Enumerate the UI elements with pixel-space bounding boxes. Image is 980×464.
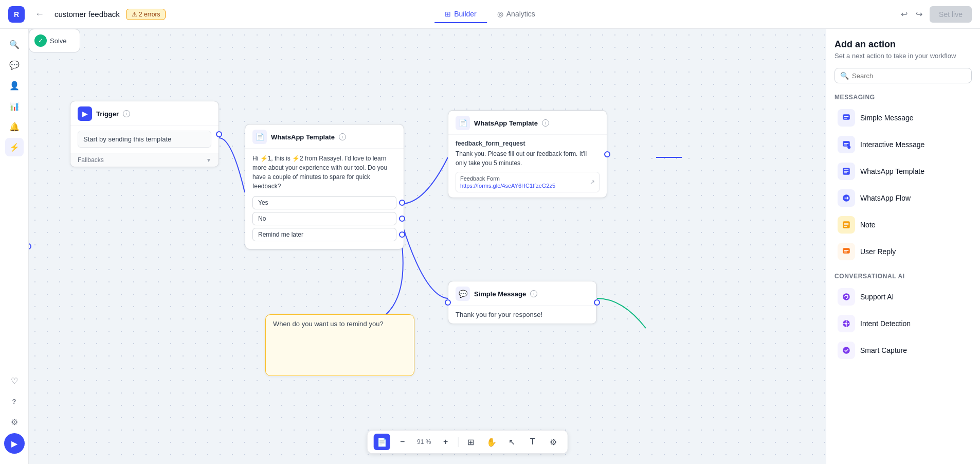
simple-msg-icon: 💬	[456, 287, 470, 301]
canvas-tool-zoom-out[interactable]: −	[394, 434, 411, 450]
topbar-right: ↩ ↪ Set live	[898, 6, 972, 23]
action-user-reply[interactable]: User Reply	[834, 239, 972, 264]
sidebar-item-chart[interactable]: 📊	[5, 97, 24, 115]
svg-point-2	[847, 146, 850, 149]
solve-label: Solve	[50, 37, 67, 45]
action-note[interactable]: Note	[834, 212, 972, 238]
wa-template-node-1[interactable]: 📄 WhatsApp Template i Hi ⚡1, this is ⚡2 …	[245, 124, 404, 249]
note-body: When do you want us to remind you?	[266, 315, 414, 333]
canvas-tool-text[interactable]: T	[524, 434, 541, 450]
action-support-ai[interactable]: Support AI	[834, 284, 972, 310]
trigger-body: Start by sending this template	[70, 126, 219, 153]
intent-detection-action-label: Intent Detection	[860, 319, 911, 328]
search-box[interactable]: 🔍	[834, 68, 972, 83]
simple-message-node[interactable]: 💬 Simple Message i Thank you for your re…	[448, 281, 597, 324]
sidebar-item-person[interactable]: 👤	[5, 76, 24, 95]
right-panel: Add an action Set a next action to take …	[826, 29, 980, 464]
svg-point-10	[845, 323, 848, 325]
fallbacks-section[interactable]: Fallbacks ▼	[70, 153, 219, 167]
canvas-tool-cursor[interactable]: ↖	[504, 434, 520, 450]
action-wa-flow[interactable]: WhatsApp Flow	[834, 185, 972, 211]
wa-template-2-text: Thank you. Please fill out our feedback …	[456, 149, 600, 168]
topbar-tabs: ⊞ Builder ◎ Analytics	[434, 6, 546, 23]
sidebar-item-heart[interactable]: ♡	[5, 371, 24, 390]
canvas-tool-gear[interactable]: ⚙	[545, 434, 561, 450]
undo-button[interactable]: ↩	[898, 7, 911, 21]
wa-template-2-title: WhatsApp Template	[474, 119, 538, 127]
sidebar-item-alert[interactable]: 🔔	[5, 117, 24, 136]
search-icon: 🔍	[840, 72, 849, 80]
action-simple-message[interactable]: Simple Message	[834, 105, 972, 131]
canvas[interactable]: ▶ Trigger i Start by sending this templa…	[29, 29, 826, 464]
search-input[interactable]	[852, 72, 966, 80]
wa-template-2-header: 📄 WhatsApp Template i	[448, 111, 607, 135]
right-panel-title: Add an action	[834, 39, 972, 50]
simple-msg-body: Thank you for your response!	[448, 306, 596, 324]
solve-left-connector	[29, 243, 31, 249]
tab-builder[interactable]: ⊞ Builder	[434, 6, 487, 23]
choice-no[interactable]: No	[252, 212, 396, 225]
wa-template-action-label: WhatsApp Template	[860, 167, 924, 175]
fallbacks-chevron: ▼	[206, 157, 211, 163]
sidebar-item-help[interactable]: ?	[5, 392, 24, 411]
wa-template-node-2[interactable]: 📄 WhatsApp Template i feedback_form_requ…	[448, 110, 607, 198]
sidebar-item-settings[interactable]: ⚙	[5, 413, 24, 431]
wa-template-1-text: Hi ⚡1, this is ⚡2 from Rasayel. I'd love…	[252, 154, 396, 191]
conversational-section: Conversational AI Support AI Intent Dete…	[834, 273, 972, 363]
yes-connector	[399, 200, 405, 206]
tab-analytics[interactable]: ◎ Analytics	[487, 6, 546, 23]
redo-button[interactable]: ↪	[913, 7, 925, 21]
sidebar-item-bolt[interactable]: ⚡	[5, 138, 24, 156]
toolbar-divider-1	[458, 437, 459, 447]
app-logo: R	[8, 6, 25, 23]
page-title: customer feedback	[55, 10, 120, 19]
canvas-tool-grid[interactable]: ⊞	[463, 434, 479, 450]
action-interactive-message[interactable]: Interactive Message	[834, 132, 972, 157]
action-wa-template[interactable]: WhatsApp Template	[834, 158, 972, 184]
interactive-message-action-label: Interactive Message	[860, 140, 924, 149]
canvas-tool-zoom-in[interactable]: +	[438, 434, 454, 450]
sidebar-bottom: ♡ ? ⚙ ▶	[4, 371, 25, 458]
link-label: Feedback Form	[460, 175, 555, 182]
trigger-right-connector	[216, 131, 222, 137]
trigger-body-text: Start by sending this template	[78, 131, 211, 148]
svg-point-8	[846, 298, 847, 299]
messaging-section-title: Messaging	[834, 94, 972, 101]
fallbacks-label: Fallbacks	[78, 156, 104, 164]
play-button[interactable]: ▶	[4, 433, 25, 454]
wa-template-2-body: feedback_form_request Thank you. Please …	[448, 135, 607, 198]
user-reply-action-label: User Reply	[860, 247, 896, 256]
canvas-tool-hand[interactable]: ✋	[483, 434, 500, 450]
set-live-button[interactable]: Set live	[930, 6, 972, 23]
simple-msg-header: 💬 Simple Message i	[448, 281, 596, 306]
action-intent-detection[interactable]: Intent Detection	[834, 311, 972, 336]
trigger-node[interactable]: ▶ Trigger i Start by sending this templa…	[70, 101, 219, 167]
left-sidebar: 🔍 💬 👤 📊 🔔 ⚡ ♡ ? ⚙ ▶	[0, 29, 29, 464]
canvas-tool-file[interactable]: 📄	[374, 434, 390, 450]
builder-icon: ⊞	[445, 10, 451, 18]
link-url: https://forms.gle/4seAY6HC1tfzeG2z5	[460, 183, 555, 189]
sidebar-item-search[interactable]: 🔍	[5, 35, 24, 53]
trigger-info-icon: i	[123, 110, 130, 117]
choice-remind[interactable]: Remind me later	[252, 228, 396, 241]
connections-svg	[29, 29, 826, 464]
right-panel-subtitle: Set a next action to take in your workfl…	[834, 52, 972, 60]
solve-icon: ✓	[34, 34, 47, 47]
wa-template-2-form-name: feedback_form_request	[456, 140, 600, 147]
choice-yes[interactable]: Yes	[252, 196, 396, 209]
trigger-title: Trigger	[96, 110, 119, 118]
sidebar-item-chat[interactable]: 💬	[5, 56, 24, 74]
feedback-link-box[interactable]: Feedback Form https://forms.gle/4seAY6HC…	[456, 172, 600, 192]
wa-template-2-right-connector	[604, 151, 610, 157]
canvas-toolbar: 📄 − 91 % + ⊞ ✋ ↖ T ⚙	[367, 430, 568, 454]
intent-detection-action-icon	[838, 315, 855, 332]
note-node[interactable]: When do you want us to remind you?	[265, 314, 414, 376]
action-smart-capture[interactable]: Smart Capture	[834, 337, 972, 363]
wa-template-1-body: Hi ⚡1, this is ⚡2 from Rasayel. I'd love…	[245, 149, 404, 249]
wa-template-1-info: i	[339, 133, 346, 140]
analytics-icon: ◎	[497, 10, 503, 18]
back-button[interactable]: ←	[31, 7, 48, 22]
support-ai-action-icon	[838, 288, 855, 306]
solve-node[interactable]: ✓ Solve	[29, 29, 80, 52]
wa-flow-action-icon	[838, 189, 855, 207]
